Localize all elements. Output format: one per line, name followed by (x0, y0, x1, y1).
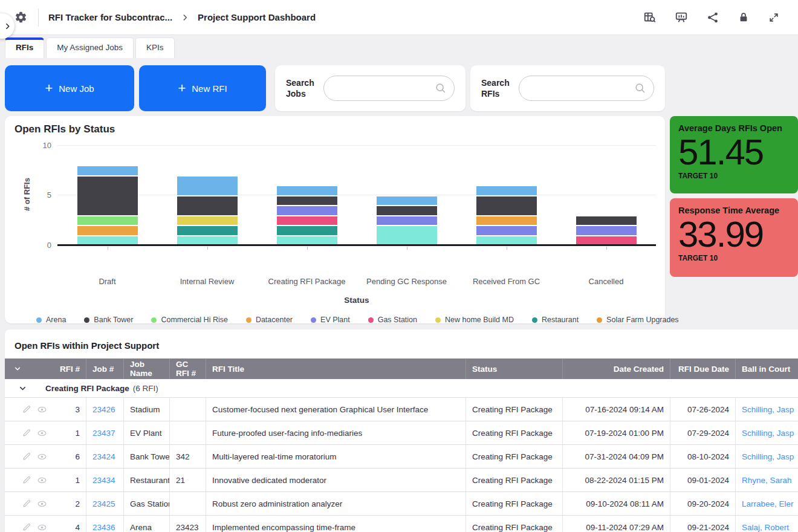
edit-pencil-icon[interactable] (22, 522, 31, 532)
bar-segment-arena[interactable] (277, 186, 337, 195)
ball-in-court-link[interactable]: Rhyne, Sarah (742, 476, 792, 485)
tab-my-assigned-jobs[interactable]: My Assigned Jobs (46, 37, 134, 58)
fullscreen-expand-icon[interactable] (768, 11, 780, 24)
bar-segment-ev-plant[interactable] (277, 206, 337, 215)
column-header-status[interactable]: Status (465, 358, 562, 379)
legend-label: Restaurant (542, 316, 579, 324)
view-eye-icon[interactable] (37, 522, 47, 532)
bar-segment-new-home-build-md[interactable] (177, 216, 238, 225)
chart-baseline (57, 244, 656, 246)
legend-item-commercial-hi-rise[interactable]: Commercial Hi Rise (151, 316, 227, 324)
bar-segment-ev-plant[interactable] (377, 216, 437, 225)
cell-date-created: 09-11-2024 07:29 AM (562, 516, 670, 532)
column-header-date-created[interactable]: Date Created (562, 358, 670, 379)
column-header-rfi-title[interactable]: RFI Title (206, 358, 465, 379)
bar-segment-gas-station[interactable] (576, 236, 637, 245)
job-number-link[interactable]: 23426 (92, 405, 115, 414)
bar-segment-bank-tower[interactable] (277, 196, 337, 206)
view-eye-icon[interactable] (37, 499, 47, 509)
lock-icon[interactable] (738, 11, 750, 24)
edit-pencil-icon[interactable] (22, 475, 31, 485)
legend-item-datacenter[interactable]: Datacenter (246, 316, 293, 324)
group-collapse-chevron-icon[interactable] (18, 384, 27, 393)
bar-segment-bank-tower[interactable] (377, 206, 437, 215)
bar-segment-ev-plant[interactable] (576, 226, 637, 235)
bar-segment-arena[interactable] (476, 186, 537, 195)
bar-segment-gas-station[interactable] (277, 216, 337, 225)
bar-segment-stadium[interactable] (77, 236, 138, 245)
bar-segment-arena[interactable] (377, 196, 437, 206)
job-number-link[interactable]: 23424 (92, 452, 115, 461)
bar-received-from-gc (456, 145, 556, 245)
new-rfi-button[interactable]: + New RFI (139, 65, 266, 111)
new-job-button[interactable]: + New Job (5, 65, 134, 111)
bar-segment-arena[interactable] (77, 166, 138, 175)
bar-segment-bank-tower[interactable] (576, 216, 637, 225)
edit-pencil-icon[interactable] (22, 404, 31, 415)
bar-segment-ev-plant[interactable] (476, 226, 537, 235)
job-number-link[interactable]: 23425 (92, 499, 115, 508)
open-rfis-table-card: Open RFIs within Project Support RFI #Jo… (5, 329, 798, 532)
cell-rfi-title: Future-proofed user-facing info-mediarie… (206, 421, 465, 444)
ball-in-court-link[interactable]: Schilling, Jasp (742, 429, 794, 438)
breadcrumb-app-title[interactable]: RFI Tracker for Subcontrac... (48, 12, 172, 22)
bar-segment-datacenter[interactable] (476, 216, 537, 225)
table-header-row: RFI #Job #Job NameGC RFI #RFI TitleStatu… (5, 358, 798, 379)
row-actions (22, 428, 47, 438)
kpi-target: TARGET 10 (678, 254, 790, 262)
report-search-icon[interactable] (643, 11, 657, 24)
edit-pencil-icon[interactable] (22, 452, 31, 462)
chevron-down-icon[interactable] (13, 365, 22, 373)
legend-item-ev-plant[interactable]: EV Plant (311, 316, 350, 324)
bar-segment-restaurant[interactable] (177, 226, 238, 235)
view-eye-icon[interactable] (37, 428, 47, 438)
column-header-job[interactable]: Job # (86, 358, 123, 379)
tab-kpis[interactable]: KPIs (135, 37, 175, 58)
job-number-link[interactable]: 23437 (92, 429, 115, 438)
bar-segment-restaurant[interactable] (277, 226, 337, 235)
edit-pencil-icon[interactable] (22, 499, 31, 509)
legend-item-restaurant[interactable]: Restaurant (532, 316, 579, 324)
ball-in-court-link[interactable]: Schilling, Jasp (742, 405, 794, 414)
column-header-gc-rfi[interactable]: GC RFI # (169, 358, 206, 379)
bar-segment-stadium[interactable] (476, 236, 537, 245)
legend-item-solar-farm-upgrades[interactable]: Solar Farm Upgrades (597, 316, 679, 324)
bar-segment-commercial-hi-rise[interactable] (77, 216, 138, 225)
view-eye-icon[interactable] (37, 475, 47, 485)
bar-segment-bank-tower[interactable] (177, 196, 238, 215)
bar-segment-bank-tower[interactable] (476, 196, 537, 215)
edit-pencil-icon[interactable] (22, 428, 31, 438)
settings-gear-icon[interactable] (15, 11, 27, 24)
kpi-response-time-average[interactable]: Response Time Average 33.99 TARGET 10 (670, 198, 798, 277)
kpi-target: TARGET 10 (678, 172, 790, 180)
share-icon[interactable] (706, 11, 719, 24)
column-header-rfi[interactable]: RFI # (5, 358, 86, 379)
ball-in-court-link[interactable]: Larrabee, Eler (742, 499, 794, 508)
job-number-link[interactable]: 23434 (92, 476, 115, 485)
column-header-job-name[interactable]: Job Name (123, 358, 169, 379)
job-number-link[interactable]: 23436 (92, 523, 115, 532)
column-header-rfi-due-date[interactable]: RFI Due Date (670, 358, 735, 379)
legend-item-gas-station[interactable]: Gas Station (368, 316, 417, 324)
view-eye-icon[interactable] (37, 404, 47, 415)
legend-item-arena[interactable]: Arena (36, 316, 66, 324)
view-eye-icon[interactable] (37, 452, 47, 462)
bar-segment-arena[interactable] (177, 177, 238, 195)
kpi-average-days-rfis-open[interactable]: Average Days RFIs Open 51.45 TARGET 10 (670, 116, 798, 193)
legend-label: Arena (46, 316, 66, 324)
cell-ball-in-court: Salaj, Robert (735, 516, 798, 532)
ball-in-court-link[interactable]: Schilling, Jasp (742, 452, 794, 461)
ball-in-court-link[interactable]: Salaj, Robert (742, 523, 789, 532)
bar-segment-datacenter[interactable] (77, 226, 138, 235)
bar-segment-stadium[interactable] (377, 226, 437, 245)
bar-segment-stadium[interactable] (277, 236, 337, 245)
column-header-label: RFI # (60, 365, 80, 374)
bar-stack (177, 177, 238, 245)
presentation-icon[interactable] (675, 11, 688, 24)
bar-segment-bank-tower[interactable] (77, 177, 138, 215)
legend-item-new-home-build-md[interactable]: New home Build MD (435, 316, 514, 324)
legend-item-bank-tower[interactable]: Bank Tower (84, 316, 133, 324)
tab-rfis[interactable]: RFIs (5, 37, 44, 58)
bar-segment-stadium[interactable] (177, 236, 238, 245)
column-header-ball-in-court[interactable]: Ball in Court (735, 358, 798, 379)
